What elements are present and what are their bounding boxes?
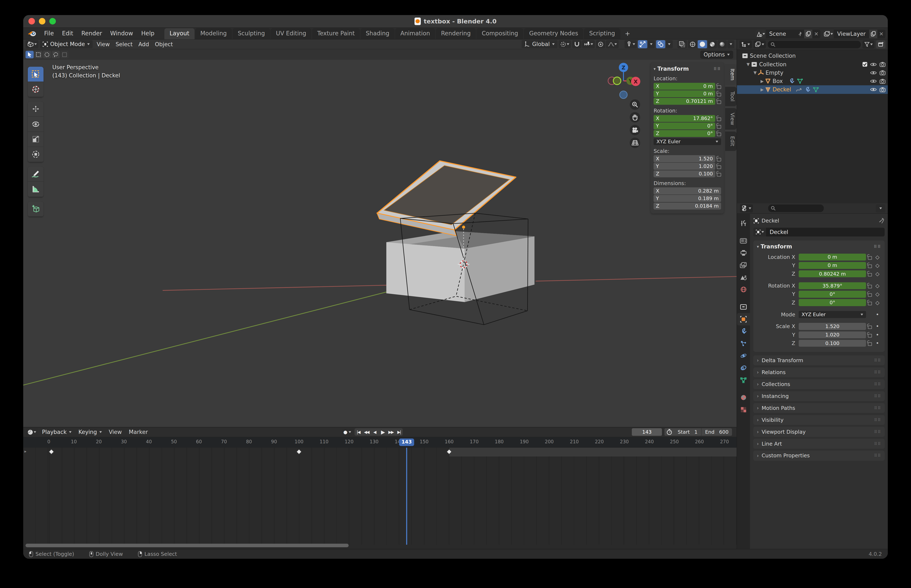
menu-item[interactable]: Window: [106, 28, 137, 39]
drag-dots-icon[interactable]: ⠿⠿: [874, 430, 881, 434]
menu-item[interactable]: File: [40, 28, 58, 39]
npanel-location-x-field[interactable]: X0 m: [654, 83, 715, 90]
timeline-scrollbar[interactable]: [26, 544, 349, 547]
select-mode-box-button[interactable]: [34, 51, 42, 58]
npanel-tab[interactable]: Item: [725, 64, 737, 85]
stopwatch-icon[interactable]: [664, 429, 674, 435]
npanel-scale-z-field[interactable]: Z0.100: [654, 170, 715, 177]
outliner-row-box[interactable]: ▶ Box: [737, 77, 888, 85]
zoom-icon[interactable]: [630, 99, 640, 110]
menu-item[interactable]: Help: [137, 28, 158, 39]
proportional-editing-toggle[interactable]: [596, 40, 605, 48]
npanel-transform-header[interactable]: ▾ Transform ⠿⠿: [654, 65, 721, 73]
collapsed-panel[interactable]: › Delta Transform ⠿⠿: [753, 355, 885, 365]
drag-dots-icon[interactable]: ⠿⠿: [874, 418, 881, 422]
lock-icon[interactable]: [868, 293, 872, 297]
select-mode-tweak-button[interactable]: [26, 51, 34, 58]
viewport-3d[interactable]: User Perspective (143) Collection | Deck…: [23, 60, 737, 427]
playhead-frame-badge[interactable]: 143: [399, 438, 414, 446]
tool-transform-button[interactable]: [28, 147, 44, 162]
new-scene-icon[interactable]: [804, 30, 812, 39]
keyframe-diamond-icon[interactable]: ◇: [874, 262, 881, 268]
camera-view-icon[interactable]: [630, 125, 640, 135]
transform-orientation-dropdown[interactable]: Global: [522, 40, 557, 48]
menu-item[interactable]: Edit: [58, 28, 78, 39]
workspace-tab[interactable]: Rendering: [436, 28, 476, 39]
new-collection-button[interactable]: [876, 40, 885, 48]
timeline-ruler[interactable]: 2702602502402302202102001901801701601501…: [23, 437, 737, 448]
tab-physics-icon[interactable]: [737, 350, 750, 362]
animate-dot-icon[interactable]: •: [874, 332, 881, 338]
lock-icon[interactable]: [868, 256, 872, 260]
lock-icon[interactable]: [717, 100, 721, 104]
collapsed-panel[interactable]: › Custom Properties ⠿⠿: [753, 451, 885, 460]
pan-hand-icon[interactable]: [630, 112, 640, 123]
rotation-x-field[interactable]: 35.879°: [799, 282, 866, 289]
playhead-line[interactable]: [406, 448, 407, 545]
gizmo-dropdown[interactable]: [648, 40, 655, 48]
collapsed-panel[interactable]: › Collections ⠿⠿: [753, 379, 885, 389]
start-frame-field[interactable]: Start1: [674, 429, 701, 435]
npanel-dim-y-field[interactable]: Y0.189 m: [654, 195, 721, 202]
rotation-mode-dropdown[interactable]: XYZ Euler: [799, 311, 866, 318]
keyframe-diamond[interactable]: [296, 449, 302, 455]
timeline-marker-menu[interactable]: Marker: [126, 429, 151, 435]
keyframe-diamond-icon[interactable]: ◇: [874, 271, 881, 277]
end-frame-field[interactable]: End600: [702, 429, 732, 435]
exclude-checkbox-icon[interactable]: [862, 62, 867, 67]
rotation-y-field[interactable]: 0°: [799, 291, 866, 297]
tab-particles-icon[interactable]: [737, 338, 750, 350]
npanel-rotation-mode-dropdown[interactable]: XYZ Euler: [654, 138, 721, 145]
auto-keying-button[interactable]: ●: [341, 428, 353, 436]
lock-icon[interactable]: [868, 342, 872, 346]
properties-editor-type-button[interactable]: [740, 204, 753, 212]
jump-to-start-button[interactable]: |◀: [354, 428, 362, 436]
pin-icon[interactable]: [879, 218, 885, 224]
outliner-filter-id-button[interactable]: [754, 40, 766, 48]
current-frame-field[interactable]: 143: [632, 428, 662, 436]
timeline-channel-area[interactable]: ▸: [23, 448, 737, 545]
unlink-scene-icon[interactable]: ✕: [812, 30, 821, 39]
mode-dropdown[interactable]: Object Mode: [40, 40, 93, 48]
viewport-menu-item[interactable]: View: [94, 41, 113, 47]
eye-icon[interactable]: [870, 79, 877, 84]
lock-icon[interactable]: [717, 118, 721, 121]
npanel-dim-x-field[interactable]: X0.282 m: [654, 187, 721, 194]
viewport-menu-item[interactable]: Add: [136, 41, 152, 47]
tab-output-icon[interactable]: [737, 247, 750, 259]
workspace-tab[interactable]: Layout: [165, 28, 194, 39]
tool-add-cube-button[interactable]: [28, 202, 44, 216]
tab-scene-icon[interactable]: [737, 271, 750, 283]
tab-render-icon[interactable]: [737, 234, 750, 247]
tool-measure-button[interactable]: [28, 182, 44, 197]
remove-viewlayer-icon[interactable]: ✕: [877, 30, 885, 39]
shading-solid-button[interactable]: [698, 40, 707, 48]
xray-toggle[interactable]: [677, 40, 686, 48]
pin-icon[interactable]: [796, 30, 804, 39]
channel-expand-icon[interactable]: ▸: [24, 449, 27, 454]
play-reverse-button[interactable]: ◀: [371, 428, 378, 436]
camera-icon[interactable]: [880, 79, 885, 84]
lock-icon[interactable]: [717, 85, 721, 89]
show-gizmo-toggle[interactable]: [638, 40, 647, 48]
select-mode-circle-button[interactable]: [43, 51, 51, 58]
workspace-tab[interactable]: Geometry Nodes: [524, 28, 583, 39]
drag-dots-icon[interactable]: ⠿⠿: [874, 370, 881, 375]
workspace-tab[interactable]: Sculpting: [233, 28, 270, 39]
jump-to-end-button[interactable]: ▶|: [395, 428, 403, 436]
workspace-tab[interactable]: UV Editing: [271, 28, 312, 39]
tool-scale-button[interactable]: [28, 132, 44, 147]
timeline-editor-type-button[interactable]: [26, 428, 38, 436]
npanel-location-y-field[interactable]: Y0 m: [654, 90, 715, 97]
scene-selector[interactable]: Scene ✕: [755, 30, 820, 39]
animate-dot-icon[interactable]: •: [874, 340, 881, 346]
tab-modifiers-icon[interactable]: [737, 325, 750, 338]
location-z-field[interactable]: 0.80242 m: [799, 270, 866, 277]
collapsed-panel[interactable]: › Instancing ⠿⠿: [753, 391, 885, 401]
npanel-dim-z-field[interactable]: Z0.0184 m: [654, 203, 721, 210]
play-button[interactable]: ▶: [379, 428, 386, 436]
select-mode-extra-button[interactable]: [60, 51, 69, 58]
npanel-tab[interactable]: Tool: [725, 87, 737, 106]
pivot-point-dropdown[interactable]: [559, 40, 571, 48]
overlays-dropdown[interactable]: [666, 40, 673, 48]
